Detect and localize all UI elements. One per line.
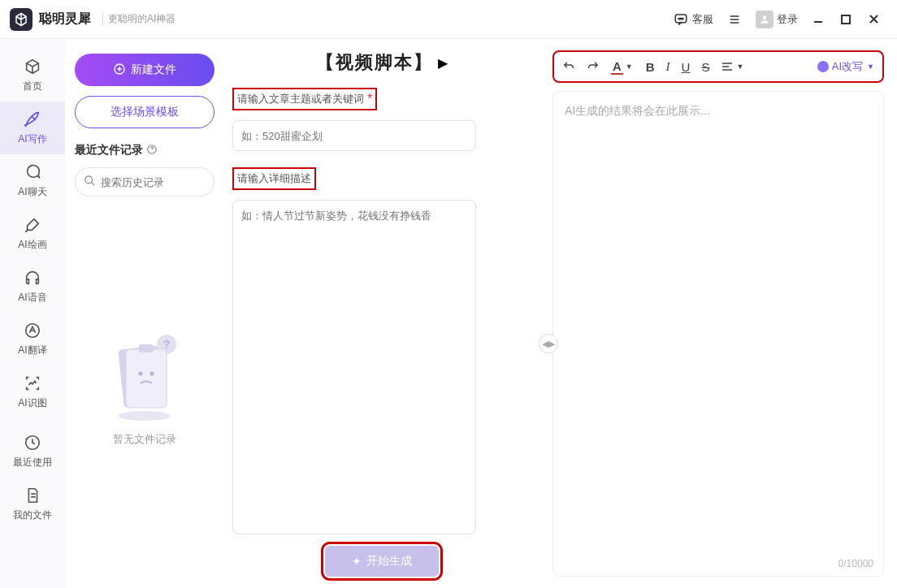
dialog-icon [23,162,42,182]
document-icon [23,486,42,505]
empty-clipboard-illustration: ? [108,333,181,422]
svg-point-11 [119,411,171,421]
search-history-input[interactable] [101,176,237,188]
ai-rewrite-label: AI改写 [832,59,863,74]
recent-files-header: 最近文件记录 [75,143,143,158]
nav-recent-label: 最近使用 [13,456,52,469]
brush-icon [23,215,42,235]
nav-recent[interactable]: 最近使用 [0,425,65,478]
redo-button[interactable] [587,60,600,73]
nav-ai-write[interactable]: AI写作 [0,102,65,154]
required-asterisk: * [367,92,372,106]
strike-button[interactable]: S [701,60,709,74]
nav-translate-label: AI翻译 [18,344,46,357]
bold-button[interactable]: B [646,60,655,74]
nav-ai-voice[interactable]: AI语音 [0,260,65,313]
nav-files-label: 我的文件 [13,508,52,522]
nav-chat-label: AI聊天 [18,185,46,199]
topic-input[interactable] [232,120,476,151]
svg-point-10 [85,175,93,183]
nav-ai-chat[interactable]: AI聊天 [0,154,65,207]
cube-icon [23,57,42,76]
nav-home-label: 首页 [23,80,42,93]
window-maximize[interactable] [832,7,860,32]
nav-ai-translate[interactable]: AI翻译 [0,313,65,365]
svg-point-4 [763,15,767,19]
search-icon [84,175,96,190]
svg-point-17 [139,372,143,376]
svg-text:?: ? [163,338,171,351]
window-minimize[interactable] [804,7,832,32]
svg-rect-16 [139,344,154,352]
page-title: 【视频脚本】 [316,50,433,75]
image-scan-icon [23,374,42,393]
hamburger-icon [726,11,743,28]
scene-template-button[interactable]: 选择场景模板 [75,96,214,128]
pen-icon [23,110,42,129]
scene-template-label: 选择场景模板 [110,105,179,119]
ai-result-output[interactable]: ◀▶ AI生成的结果将会在此展示... 0/10000 [552,91,884,577]
plus-circle-icon [113,63,126,78]
italic-button[interactable]: I [666,60,670,74]
new-file-label: 新建文件 [131,63,176,77]
headphones-icon [23,268,42,288]
description-label: 请输入详细描述 [237,171,311,186]
font-color-button[interactable]: A▼ [611,59,633,75]
svg-point-18 [150,372,154,376]
chat-bubble-icon [673,11,689,28]
nav-ai-vision[interactable]: AI识图 [0,365,65,418]
app-logo-icon [10,8,32,31]
nav-home[interactable]: 首页 [0,49,65,102]
menu-button[interactable] [720,8,749,31]
clock-icon [23,433,42,452]
generate-label: 开始生成 [366,554,412,569]
resize-handle[interactable]: ◀▶ [539,334,558,353]
svg-point-3 [682,18,684,19]
play-icon[interactable]: ▶ [438,55,448,71]
nav-write-label: AI写作 [18,132,46,146]
svg-rect-15 [126,349,167,408]
support-label: 客服 [692,12,713,27]
svg-point-2 [680,18,682,19]
help-icon[interactable] [146,144,158,158]
char-counter: 0/10000 [838,558,873,569]
nav-ai-paint[interactable]: AI绘画 [0,207,65,260]
app-name: 聪明灵犀 [39,11,91,28]
ai-rewrite-button[interactable]: AI改写 ▼ [817,59,874,74]
svg-rect-5 [842,15,850,24]
undo-button[interactable] [562,60,575,73]
topic-label: 请输入文章主题或者关键词 [237,92,364,106]
login-button[interactable]: 登录 [749,7,804,32]
window-close[interactable] [860,7,887,32]
support-button[interactable]: 客服 [666,8,720,31]
nav-paint-label: AI绘画 [18,238,46,252]
generate-button[interactable]: ✦ 开始生成 [325,546,439,577]
translate-icon [23,321,42,340]
svg-point-1 [678,18,680,19]
nav-vision-label: AI识图 [18,396,46,410]
nav-my-files[interactable]: 我的文件 [0,478,65,530]
sparkle-icon: ✦ [352,555,362,568]
avatar-placeholder-icon [756,11,774,28]
align-button[interactable]: ▼ [721,60,743,73]
result-placeholder: AI生成的结果将会在此展示... [565,104,710,117]
purple-dot-icon [817,61,829,72]
description-textarea[interactable] [232,200,476,534]
nav-voice-label: AI语音 [18,291,46,305]
app-tagline: 更聪明的AI神器 [102,12,176,26]
underline-button[interactable]: U [682,60,691,74]
empty-state-text: 暂无文件记录 [113,432,176,447]
login-label: 登录 [777,12,798,27]
new-file-button[interactable]: 新建文件 [75,54,214,86]
search-history-box[interactable] [75,167,214,197]
